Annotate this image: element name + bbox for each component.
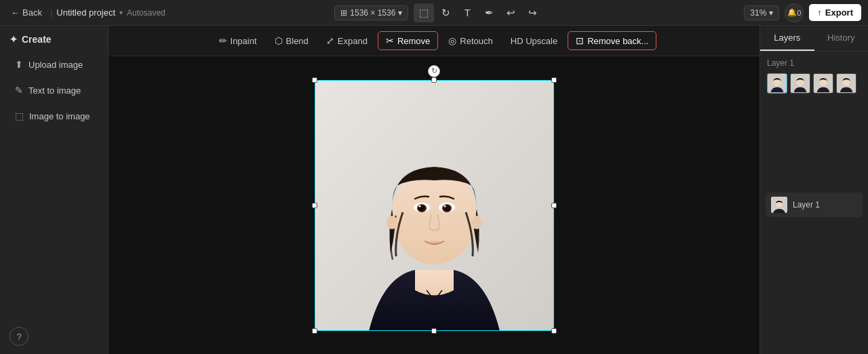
blend-label: Blend (286, 36, 309, 46)
history-tab-label: History (827, 33, 854, 43)
thumb-face-3 (814, 74, 833, 93)
canvas-viewport[interactable]: ↻ (108, 56, 760, 354)
text-to-image-label: Text to image (28, 85, 81, 96)
canvas-size-value: 1536 × 1536 (350, 8, 395, 18)
tab-history[interactable]: History (814, 26, 869, 51)
retouch-tool[interactable]: ◎ Retouch (441, 32, 500, 50)
zoom-chevron-icon: ▾ (769, 8, 773, 18)
redo-button[interactable]: ↪ (522, 3, 542, 22)
rotate-tool-button[interactable]: ↻ (435, 3, 456, 22)
toolbar-row: ✏ Inpaint ⬡ Blend ⤢ Expand ✂ Remove ◎ Re… (108, 26, 760, 56)
text-to-image-button[interactable]: ✎ Text to image (5, 79, 102, 102)
handle-bottom-right[interactable] (551, 328, 557, 334)
inpaint-tool[interactable]: ✏ Inpaint (212, 32, 264, 50)
undo-button[interactable]: ↩ (500, 3, 521, 22)
handle-top-center[interactable] (431, 77, 437, 83)
layer-thumb-3[interactable] (813, 73, 833, 94)
svg-point-6 (418, 205, 420, 207)
svg-point-10 (443, 205, 446, 207)
create-icon: ✦ (9, 34, 18, 45)
expand-tool[interactable]: ⤢ Expand (319, 32, 375, 50)
handle-top-left[interactable] (312, 77, 317, 83)
thumb-face-1 (768, 74, 787, 93)
project-name[interactable]: Untitled project (56, 7, 115, 18)
blend-tool[interactable]: ⬡ Blend (267, 32, 316, 50)
handle-bottom-left[interactable] (312, 328, 317, 334)
notification-count: 0 (797, 9, 801, 17)
main-layout: ✦ Create ⬆ Upload image ✎ Text to image … (0, 26, 868, 354)
pen-tool-button[interactable]: ✒ (479, 3, 499, 22)
handle-middle-right[interactable] (551, 203, 557, 208)
inpaint-icon: ✏ (219, 35, 227, 46)
canvas-size-chevron: ▾ (398, 8, 402, 18)
topbar-left: ← Back | Untitled project ▾ Autosaved (7, 5, 165, 20)
notification-icon: 🔔 (787, 8, 797, 17)
upload-image-button[interactable]: ⬆ Upload image (5, 53, 102, 76)
remove-back-label: Remove back... (587, 36, 648, 46)
text-to-image-icon: ✎ (15, 85, 23, 96)
export-button[interactable]: ↑ Export (809, 4, 861, 21)
tool-icons: ⬚ ↻ T ✒ ↩ ↪ (414, 3, 542, 22)
back-arrow-icon: ← (11, 7, 20, 18)
canvas-area: ✏ Inpaint ⬡ Blend ⤢ Expand ✂ Remove ◎ Re… (108, 26, 760, 354)
autosaved-label: Autosaved (127, 8, 165, 18)
hd-upscale-tool[interactable]: HD Upscale (503, 33, 565, 50)
expand-icon: ⤢ (326, 35, 334, 46)
layer-thumb-2[interactable] (790, 73, 810, 94)
hd-upscale-label: HD Upscale (511, 36, 557, 46)
tab-layers[interactable]: Layers (760, 26, 814, 51)
upload-image-label: Upload image (28, 60, 83, 70)
remove-bg-icon: ⊡ (576, 35, 584, 46)
zoom-value: 31% (750, 8, 766, 18)
notification-button[interactable]: 🔔 0 (785, 3, 804, 22)
layers-section: Layer 1 (760, 52, 868, 111)
upload-icon: ⬆ (15, 59, 23, 70)
sidebar-footer: ? (0, 319, 108, 354)
export-arrow-icon: ↑ (817, 7, 822, 18)
help-button[interactable]: ? (9, 327, 28, 346)
select-tool-button[interactable]: ⬚ (414, 3, 434, 22)
retouch-label: Retouch (460, 36, 492, 46)
svg-point-12 (471, 216, 482, 229)
text-tool-button[interactable]: T (457, 3, 477, 22)
back-button[interactable]: ← Back (7, 5, 46, 20)
image-to-image-label: Image to image (29, 111, 90, 121)
layer-thumb-1[interactable] (767, 73, 787, 94)
layer-item-name: Layer 1 (793, 200, 820, 210)
image-to-image-icon: ⬚ (15, 111, 24, 121)
layer-thumbnails (767, 73, 861, 94)
right-sidebar: Layers History Layer 1 (760, 26, 868, 354)
layer-thumb-4[interactable] (836, 73, 856, 94)
topbar-right: 31% ▾ 🔔 0 ↑ Export (712, 3, 861, 22)
remove-tool[interactable]: ✂ Remove (378, 31, 438, 50)
remove-icon: ✂ (386, 35, 394, 46)
canvas-size-icon: ⊞ (340, 8, 347, 18)
topbar-center: ⊞ 1536 × 1536 ▾ ⬚ ↻ T ✒ ↩ ↪ (171, 3, 707, 22)
sidebar-header: ✦ Create (0, 26, 108, 52)
layer-item-thumb (771, 197, 787, 213)
handle-middle-left[interactable] (312, 203, 317, 208)
topbar: ← Back | Untitled project ▾ Autosaved ⊞ … (0, 0, 868, 26)
layers-tab-label: Layers (774, 33, 800, 43)
right-sidebar-tabs: Layers History (760, 26, 868, 52)
inpaint-label: Inpaint (231, 36, 257, 46)
handle-bottom-center[interactable] (431, 328, 437, 334)
zoom-control[interactable]: 31% ▾ (744, 5, 779, 20)
export-label: Export (825, 7, 853, 18)
canvas-image (315, 80, 554, 331)
thumb-face-4 (837, 74, 856, 93)
layer1-label: Layer 1 (767, 58, 861, 68)
svg-point-11 (387, 216, 397, 229)
project-chevron-icon[interactable]: ▾ (119, 9, 123, 16)
image-to-image-button[interactable]: ⬚ Image to image (5, 104, 102, 127)
remove-background-tool[interactable]: ⊡ Remove back... (568, 31, 656, 50)
retouch-icon: ◎ (448, 35, 456, 46)
image-container[interactable]: ↻ (315, 80, 554, 331)
layer-item-1[interactable]: Layer 1 (766, 193, 863, 217)
handle-top-right[interactable] (551, 77, 557, 83)
canvas-size-control[interactable]: ⊞ 1536 × 1536 ▾ (334, 5, 408, 20)
expand-label: Expand (338, 36, 368, 46)
svg-point-22 (776, 199, 783, 208)
blend-icon: ⬡ (275, 35, 283, 46)
rotate-handle[interactable]: ↻ (428, 65, 440, 77)
